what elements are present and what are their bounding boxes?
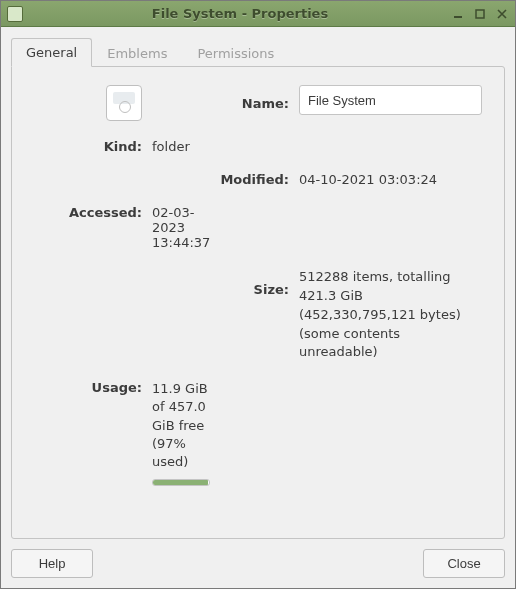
window-title: File System - Properties [29,6,451,21]
tab-permissions[interactable]: Permissions [182,39,289,67]
dialog-button-row: Help Close [11,539,505,578]
titlebar[interactable]: File System - Properties [1,1,515,27]
minimize-button[interactable] [451,7,465,21]
label-usage: Usage: [34,376,142,395]
tab-panel-general: Name: Kind: folder Modified: 04-10-2021 … [11,66,505,539]
spacer [34,264,210,270]
value-modified: 04-10-2021 03:03:24 [299,168,482,187]
size-note: (some contents unreadable) [299,325,482,363]
value-accessed: 02-03-2023 13:44:37 [152,201,210,250]
usage-progress [152,479,210,486]
svg-rect-0 [454,16,462,18]
size-bytes: (452,330,795,121 bytes) [299,306,482,325]
size-summary: 512288 items, totalling 421.3 GiB [299,268,482,306]
value-usage: 11.9 GiB of 457.0 GiB free (97% used) [152,376,210,486]
tab-general[interactable]: General [11,38,92,67]
maximize-button[interactable] [473,7,487,21]
help-button[interactable]: Help [11,549,93,578]
label-kind: Kind: [34,135,142,154]
close-window-button[interactable] [495,7,509,21]
label-accessed: Accessed: [34,201,142,220]
tab-strip: General Emblems Permissions [11,37,505,66]
value-size: 512288 items, totalling 421.3 GiB (452,3… [299,264,482,362]
svg-rect-1 [476,10,484,18]
item-icon-cell [34,85,142,121]
close-button[interactable]: Close [423,549,505,578]
properties-grid: Name: Kind: folder Modified: 04-10-2021 … [34,85,482,486]
app-folder-icon [7,6,23,22]
drive-icon [106,85,142,121]
spacer [34,168,210,174]
properties-window: File System - Properties General Emblems… [0,0,516,589]
client-area: General Emblems Permissions Name: Kind: … [1,27,515,588]
usage-text: 11.9 GiB of 457.0 GiB free (97% used) [152,380,210,471]
label-size: Size: [220,264,289,297]
window-controls [451,7,509,21]
usage-progress-fill [153,480,208,485]
label-modified: Modified: [220,168,289,187]
tab-emblems[interactable]: Emblems [92,39,182,67]
value-kind: folder [152,135,210,154]
label-name: Name: [220,96,289,111]
name-input[interactable] [299,85,482,115]
